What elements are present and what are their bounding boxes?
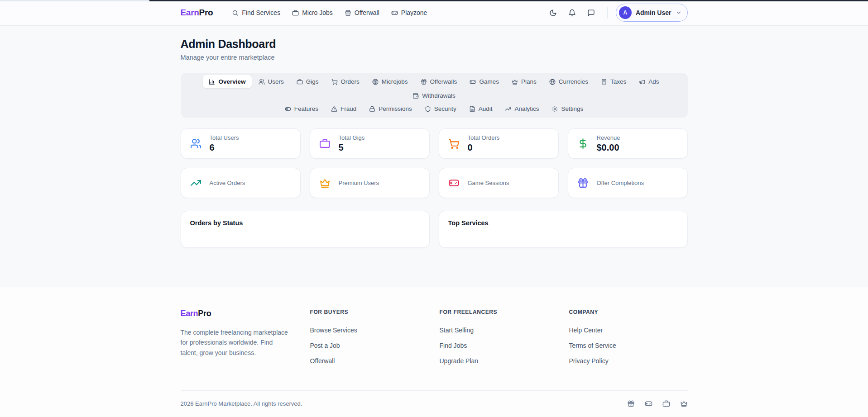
footer-link-item: Find Jobs [440,341,558,350]
footer-link-item: Terms of Service [569,341,688,350]
stat-label: Premium Users [339,180,379,186]
tab-label: Fraud [340,105,356,112]
footer-gift-button[interactable] [627,400,635,408]
dark-mode-toggle-button[interactable] [546,5,561,20]
stat-label: Revenue [597,134,620,141]
footer-bottom-bar: 2026 EarnPro Marketplace. All rights res… [181,390,688,417]
tab-security[interactable]: Security [419,102,462,115]
window-top-edge-dark [149,0,868,1]
footer-heading: FOR BUYERS [310,309,429,315]
briefcase-icon [297,79,303,85]
chat-icon [587,9,595,17]
copyright-text: 2026 EarnPro Marketplace. All rights res… [181,400,302,407]
footer-icon-row [627,400,688,408]
tab-permissions[interactable]: Permissions [363,102,418,115]
tab-label: Games [479,78,499,85]
tab-games[interactable]: Games [464,75,505,88]
footer-link-terms-of-service[interactable]: Terms of Service [569,342,616,349]
user-name: Admin User [636,9,671,16]
user-menu-button[interactable]: A Admin User [616,4,688,22]
tab-users[interactable]: Users [253,75,290,88]
chevron-down-icon [676,9,682,16]
shopping-cart-icon [331,79,338,85]
tab-analytics[interactable]: Analytics [499,102,545,115]
gift-icon [421,79,427,85]
panel-title: Top Services [448,219,678,227]
stat-value: 5 [339,142,365,153]
main-content: Admin Dashboard Manage your entire marke… [0,26,868,287]
globe-icon [549,79,556,85]
file-text-icon [469,106,475,112]
stat-card-total-users: Total Users6 [181,128,301,159]
gear-icon [551,106,558,112]
gamepad-icon [448,177,460,189]
tab-plans[interactable]: Plans [506,75,542,88]
footer-crown-button[interactable] [680,400,688,408]
top-navbar: EarnPro Find ServicesMicro JobsOfferwall… [0,0,868,26]
footer-brand: EarnPro The complete freelancing marketp… [181,309,299,372]
panels-grid: Orders by StatusTop Services [181,211,688,248]
moon-icon [549,9,557,17]
notifications-button[interactable] [565,5,580,20]
tab-row-primary: OverviewUsersGigsOrdersMicrojobsOfferwal… [184,75,684,102]
tab-label: Plans [521,78,537,85]
footer-link-item: Start Selling [440,326,558,334]
stat-label: Active Orders [210,180,245,186]
tab-currencies[interactable]: Currencies [543,75,594,88]
toggle-icon [285,106,291,112]
stat-card-revenue: Revenue$0.00 [568,128,688,159]
stat-card-premium-users: Premium Users [310,168,430,198]
trending-up-icon [190,177,201,189]
stats-grid: Total Users6Total Gigs5Total Orders0Reve… [181,128,688,198]
tab-offerwalls[interactable]: Offerwalls [415,75,463,88]
nav-link-find-services[interactable]: Find Services [232,9,280,16]
crown-icon [680,400,688,408]
footer-link-offerwall[interactable]: Offerwall [310,357,335,365]
alert-triangle-icon [331,106,337,112]
footer-description: The complete freelancing marketplace for… [181,327,292,358]
stat-value: 6 [210,142,239,153]
tab-overview[interactable]: Overview [203,75,251,88]
tab-orders[interactable]: Orders [326,75,365,88]
stat-label: Offer Completions [597,180,644,186]
footer-link-privacy-policy[interactable]: Privacy Policy [569,357,609,365]
nav-link-micro-jobs[interactable]: Micro Jobs [292,9,333,16]
tab-label: Overview [218,78,245,85]
tab-gigs[interactable]: Gigs [291,75,325,88]
briefcase-icon [292,9,299,16]
footer-briefcase-button[interactable] [662,400,670,408]
shield-icon [425,106,431,112]
tab-settings[interactable]: Settings [546,102,589,115]
footer-link-browse-services[interactable]: Browse Services [310,327,357,334]
nav-link-offerwall[interactable]: Offerwall [345,9,379,16]
messages-button[interactable] [584,5,599,20]
tab-ads[interactable]: Ads [633,75,665,88]
receipt-icon [601,79,607,85]
tab-microjobs[interactable]: Microjobs [366,75,414,88]
tab-taxes[interactable]: Taxes [595,75,632,88]
brand-logo[interactable]: EarnPro [181,8,213,18]
chart-column-icon [209,79,215,85]
tab-withdrawals[interactable]: Withdrawals [407,89,461,102]
navbar-actions [546,5,599,20]
footer-link-start-selling[interactable]: Start Selling [440,327,474,334]
nav-link-playzone[interactable]: Playzone [391,9,427,16]
nav-link-label: Offerwall [355,9,379,16]
page-title: Admin Dashboard [181,38,688,51]
footer-link-upgrade-plan[interactable]: Upgrade Plan [440,357,479,365]
footer-gamepad-button[interactable] [645,400,652,408]
footer-link-post-a-job[interactable]: Post a Job [310,342,340,349]
footer-logo-accent: Earn [181,309,198,318]
footer-link-item: Post a Job [310,341,429,350]
footer-link-help-center[interactable]: Help Center [569,327,603,334]
tab-audit[interactable]: Audit [463,102,499,115]
stat-card-game-sessions: Game Sessions [439,168,559,198]
avatar: A [619,6,632,19]
footer-link-find-jobs[interactable]: Find Jobs [440,342,467,349]
panel-top-services: Top Services [439,211,688,248]
tab-features[interactable]: Features [279,102,324,115]
panel-title: Orders by Status [190,219,420,227]
bell-icon [568,9,576,17]
navbar-divider [607,7,608,19]
tab-fraud[interactable]: Fraud [325,102,362,115]
